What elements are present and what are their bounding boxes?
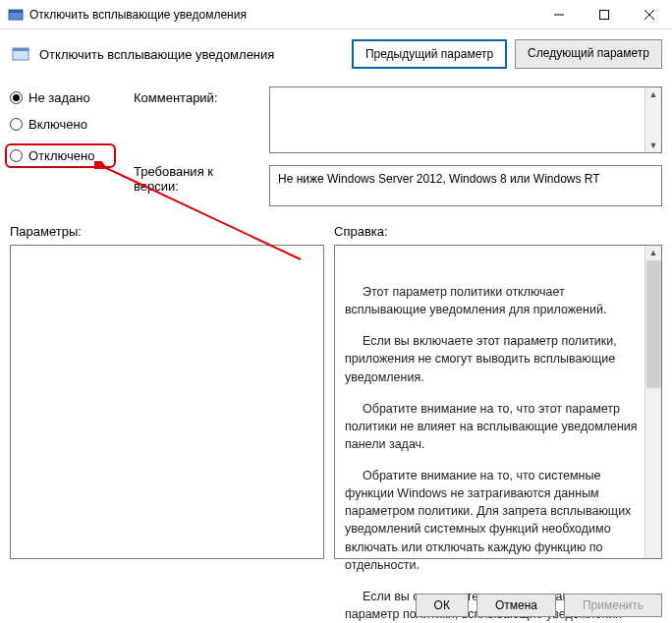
svg-rect-1 [9,10,23,13]
requirements-label: Требования к версии: [134,164,252,194]
subheader: Отключить всплывающие уведомления Предыд… [0,29,672,79]
help-scrollbar[interactable]: ▲ [644,246,661,558]
next-setting-button[interactable]: Следующий параметр [515,39,662,69]
scroll-down-icon: ▼ [649,139,658,152]
radio-disabled-label: Отключено [28,148,94,163]
svg-rect-3 [600,10,609,19]
svg-rect-7 [13,48,28,51]
header-title: Отключить всплывающие уведомления [39,47,344,62]
radio-enabled-label: Включено [28,117,87,132]
state-radio-group: Не задано Включено Отключено [10,85,116,168]
help-text: Этот параметр политики отключает всплыва… [345,283,638,623]
cancel-button[interactable]: Отмена [476,594,556,617]
parameters-label: Параметры: [10,224,334,239]
titlebar: Отключить всплывающие уведомления [0,0,672,29]
radio-not-configured[interactable]: Не задано [10,90,116,105]
dialog-buttons: ОК Отмена Применить [416,594,662,617]
help-p1: Этот параметр политики отключает всплыва… [345,283,638,318]
scroll-up-icon: ▲ [649,87,658,101]
comment-field[interactable]: ▲ ▼ [269,86,662,153]
help-p4: Обратите внимание на то, что системные ф… [345,467,638,574]
radio-enabled[interactable]: Включено [10,117,116,132]
apply-button[interactable]: Применить [564,594,662,617]
prev-setting-button[interactable]: Предыдущий параметр [352,39,507,69]
scroll-thumb[interactable] [646,260,661,388]
comment-label: Комментарий: [134,90,252,105]
maximize-button[interactable] [582,0,627,29]
requirements-field: Не ниже Windows Server 2012, Windows 8 и… [269,165,662,206]
help-p2: Если вы включаете этот параметр политики… [345,332,638,385]
requirements-value: Не ниже Windows Server 2012, Windows 8 и… [278,172,600,186]
help-p3: Обратите внимание на то, что этот параме… [345,400,638,453]
comment-scrollbar[interactable]: ▲ ▼ [644,87,661,152]
ok-button[interactable]: ОК [416,594,469,617]
policy-icon [10,43,31,65]
help-pane: Этот параметр политики отключает всплыва… [334,245,662,559]
minimize-button[interactable] [536,0,582,29]
scroll-up-icon: ▲ [649,246,658,259]
close-button[interactable] [627,0,672,29]
window-icon [8,7,24,23]
radio-disabled[interactable]: Отключено [5,143,116,168]
window-title: Отключить всплывающие уведомления [29,8,536,22]
parameters-pane [10,245,324,559]
help-label: Справка: [334,224,388,239]
radio-not-configured-label: Не задано [28,90,90,105]
